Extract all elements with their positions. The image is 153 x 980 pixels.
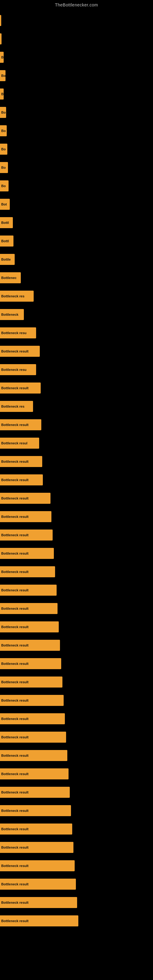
bar-label: Bottlenec [1, 276, 16, 280]
bar-label: Bo [1, 129, 6, 133]
bar-label: B [1, 56, 4, 59]
bar-label: Bottleneck res [1, 404, 24, 408]
bar-item: Bottleneck resu [0, 364, 36, 375]
bar-label: Bottleneck result [1, 901, 29, 904]
bar-label: Bottleneck result [1, 662, 29, 665]
bar-label: Bottleneck result [1, 496, 29, 500]
bar-label: Bottleneck result [1, 350, 29, 353]
bar-item: Bottleneck result [0, 695, 64, 706]
bar-item: Bottleneck result [0, 915, 78, 926]
bar-label: Bottleneck result [1, 864, 29, 868]
bar-row: Bottleneck result [0, 416, 153, 434]
bar-label: Bottl [1, 239, 9, 243]
bar-label: Bottleneck result [1, 698, 29, 702]
bar-item: Bottleneck result [0, 585, 57, 596]
bar-label: Bottleneck result [1, 680, 29, 684]
bar-label: Bottleneck result [1, 552, 29, 555]
site-title: TheBottlenecker.com [0, 0, 153, 9]
bar-row: Bottleneck resul [0, 434, 153, 452]
bar-label: Bo [1, 147, 6, 151]
bar-row: Bottleneck result [0, 526, 153, 544]
bar-item [0, 15, 1, 26]
bar-label: Bottleneck result [1, 919, 29, 923]
bar-label: Bottleneck result [1, 772, 29, 776]
bar-item: Bottleneck result [0, 530, 53, 541]
bar-label: Bottleneck resul [1, 441, 27, 445]
bar-item: Bottleneck result [0, 621, 59, 632]
bar-row: Bottleneck result [0, 453, 153, 470]
bar-label: Bo [1, 74, 5, 78]
bar-item: Bo [0, 180, 9, 191]
bar-label: Bo [1, 166, 6, 169]
bar-item: Bottleneck result [0, 640, 60, 651]
bar-item: B [0, 52, 4, 63]
bar-label: Bottleneck result [1, 717, 29, 721]
bar-row: Bottleneck result [0, 875, 153, 893]
bar-item: Bottleneck result [0, 511, 51, 522]
bar-label: Bottleneck result [1, 478, 29, 482]
bar-row: Bottleneck result [0, 857, 153, 875]
bar-row: Bottleneck result [0, 636, 153, 654]
bar-label: Bottleneck res [1, 294, 24, 298]
bar-label: Bottleneck result [1, 533, 29, 537]
bar-label: Bottleneck result [1, 846, 29, 849]
bar-label: Bo [1, 184, 6, 188]
bar-item: Bottleneck res [0, 401, 33, 412]
bar-row: Bottle [0, 250, 153, 268]
bar-item: Bottleneck result [0, 676, 62, 687]
bar-row: Bottleneck result [0, 728, 153, 746]
bar-row: Bottleneck result [0, 710, 153, 728]
bar-row: Bottleneck result [0, 618, 153, 636]
bar-item: Bottleneck result [0, 419, 41, 430]
bar-item: Bo [0, 107, 6, 118]
bar-row: Bo [0, 67, 153, 84]
bar-row: Bottleneck resu [0, 361, 153, 379]
bar-row: Bot [0, 196, 153, 213]
bar-item: Bottl [0, 217, 13, 228]
bar-row: Bottleneck result [0, 673, 153, 691]
bar-row: Bottleneck result [0, 655, 153, 673]
bar-row: Bottleneck result [0, 838, 153, 856]
bar-item: Bottle [0, 254, 15, 265]
bar-item: Bottl [0, 235, 13, 247]
bar-item: Bottleneck result [0, 474, 43, 485]
bar-item: Bottleneck result [0, 456, 42, 467]
bar-label: Bot [1, 202, 7, 206]
bar-label: Bottleneck result [1, 791, 29, 794]
bar-item: Bottleneck result [0, 897, 77, 908]
bar-label: Bottleneck result [1, 809, 29, 813]
bar-item: Bottleneck resu [0, 328, 36, 339]
bar-item: Bottleneck result [0, 768, 69, 780]
bar-label: Bottleneck result [1, 386, 29, 390]
bar-row: Bo [0, 122, 153, 140]
bar-label: Bottleneck result [1, 570, 29, 574]
bar-label: Bottleneck result [1, 643, 29, 647]
bar-row: Bottleneck result [0, 544, 153, 562]
bar-row: B [0, 48, 153, 66]
bar-item: Bottleneck result [0, 842, 73, 853]
bar-item: Bottleneck [0, 309, 24, 320]
bar-item: Bo [0, 162, 8, 173]
bar-row: Bottleneck [0, 305, 153, 323]
bar-item: Bottleneck result [0, 603, 57, 614]
bar-item: Bot [0, 199, 10, 210]
bar-row: Bottleneck result [0, 342, 153, 360]
bar-row: Bottleneck result [0, 894, 153, 912]
bar-row: Bo [0, 159, 153, 177]
bar-row: Bottleneck result [0, 508, 153, 525]
bar-label: B [1, 92, 4, 96]
bar-item: Bottlenec [0, 272, 21, 283]
bar-row: Bottleneck result [0, 489, 153, 507]
bar-row: Bottleneck result [0, 692, 153, 709]
bar-item: Bottleneck result [0, 805, 71, 816]
bar-item [0, 33, 2, 45]
bar-item: Bottleneck result [0, 879, 76, 890]
bar-item: Bottleneck result [0, 658, 61, 669]
bar-label: Bottleneck [1, 313, 18, 317]
bar-row: Bottleneck result [0, 747, 153, 764]
bar-label: Bottleneck result [1, 607, 29, 610]
bar-label: Bottleneck result [1, 588, 29, 592]
bar-label: Bottleneck result [1, 827, 29, 831]
bar-item: Bottleneck result [0, 787, 70, 798]
bar-item: Bo [0, 144, 7, 155]
